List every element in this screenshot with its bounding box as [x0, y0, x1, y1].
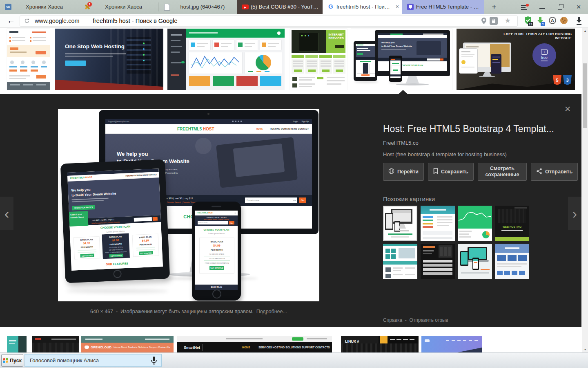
- scroll-down-arrow[interactable]: ▼: [582, 348, 588, 351]
- result-thumbnail-smartnet[interactable]: SmartNet HOME SERVICES HOSTING SOLUTIONS…: [177, 336, 332, 352]
- tab-title: Free HTML5 Template - Hos: [416, 0, 480, 14]
- preview-description: Host (free bootstrap 4 template for host…: [383, 151, 507, 157]
- tab-youtube[interactable]: ▶ (5) Best COUB #30 - YouTub: [237, 0, 323, 14]
- share-icon: [536, 168, 542, 176]
- video-downloader-icon[interactable]: ?: [537, 16, 544, 25]
- tab-google-search-active[interactable]: G freehtml5 host - Поиск в ×: [323, 0, 402, 14]
- nav: Home About Products Solutions Support Co…: [114, 346, 170, 348]
- tablet-mockup: FREEHTML5 HOST HOME HOSTING DOMAIN NEWS …: [60, 159, 170, 283]
- result-thumbnail[interactable]: [7, 336, 27, 352]
- result-thumbnail[interactable]: [32, 336, 79, 352]
- preview-title: Host: Free HTML5 Bootstrap 4 Templat...: [383, 123, 558, 135]
- phone-mockup: [491, 54, 501, 74]
- tab-host-jpg[interactable]: host.jpg (640×467): [158, 0, 237, 14]
- visit-button[interactable]: Перейти: [383, 163, 424, 181]
- similar-image[interactable]: [458, 244, 492, 279]
- tablet-mockup: [459, 48, 478, 74]
- globe-icon: [388, 168, 394, 176]
- similar-image-web-hosting[interactable]: WEB HOSTING: [495, 206, 529, 241]
- microphone-icon[interactable]: [151, 356, 157, 367]
- html5-logo: 5: [553, 75, 561, 85]
- tab-game-notify[interactable]: 1 Хроники Хаоса: [79, 0, 158, 14]
- browser-tab-bar: VK Хроники Хаоса 1 Хроники Хаоса host.jp…: [0, 0, 588, 14]
- similar-image[interactable]: [458, 206, 492, 241]
- similar-image[interactable]: [383, 244, 417, 279]
- brand: OPENCLOUD: [91, 346, 111, 349]
- similar-image[interactable]: [495, 244, 529, 279]
- location-pin-icon[interactable]: [481, 18, 486, 26]
- feedback-link[interactable]: Отправить отзыв: [409, 317, 448, 323]
- crossed-swords-favicon: 1: [84, 4, 91, 10]
- scrollbar-thumb[interactable]: [583, 63, 587, 128]
- help-link[interactable]: Справка: [383, 317, 402, 323]
- preview-source[interactable]: FreeHTML5.co: [383, 140, 419, 146]
- close-button[interactable]: ×: [572, 0, 586, 14]
- scroll-up-arrow[interactable]: ▲: [582, 29, 588, 32]
- result-thumbnail-selected-devices[interactable]: We help you to Build Your Dream Website …: [351, 29, 452, 90]
- thumbnail-title: One Stop Web Hosting: [65, 43, 125, 49]
- reload-icon[interactable]: [24, 18, 30, 25]
- selected-thumbnail-pointer: [399, 90, 408, 94]
- tablet-home-button: [113, 269, 122, 278]
- tab-vk-game[interactable]: VK Хроники Хаоса: [0, 0, 79, 14]
- vk-favicon: VK: [5, 4, 11, 10]
- view-saved-button[interactable]: Смотреть сохраненные: [478, 163, 527, 181]
- result-thumbnail-one-stop-hosting[interactable]: One Stop Web Hosting: [55, 29, 163, 90]
- new-tab-button[interactable]: +: [488, 2, 500, 11]
- action-buttons-row: Перейти Сохранить Смотреть сохраненные О…: [383, 163, 578, 181]
- notification-badge: 1: [87, 2, 92, 7]
- anonymox-icon[interactable]: A: [549, 17, 556, 24]
- download-icon[interactable]: [576, 17, 582, 25]
- similar-image-selected[interactable]: [383, 206, 417, 241]
- file-favicon: [164, 4, 170, 11]
- similar-image[interactable]: [421, 206, 455, 241]
- start-button[interactable]: Пуск: [1, 354, 23, 367]
- bookmark-star-icon[interactable]: ★: [505, 16, 511, 25]
- tab-title: host.jpg (640×467): [172, 0, 233, 14]
- result-thumbnail-template-orange[interactable]: [7, 29, 50, 90]
- back-button[interactable]: ←: [5, 15, 17, 26]
- result-thumbnail-opencloud[interactable]: OPENCLOUD Home About Products Solutions …: [81, 336, 174, 352]
- tab-freehtml5-site[interactable]: Free HTML5 Template - Hos: [402, 0, 484, 14]
- caption-size: 640 × 467: [90, 309, 113, 314]
- shield-favicon: [407, 4, 414, 10]
- youtube-favicon: ▶: [242, 4, 249, 9]
- result-thumbnail-admin-dashboard[interactable]: [167, 29, 285, 90]
- similar-image[interactable]: [421, 244, 455, 279]
- result-thumbnail-free-html-template[interactable]: FREE HTML TEMPLATE FOR HOSTING WEBSITE ↓: [457, 29, 575, 90]
- previous-image-button[interactable]: ‹: [0, 197, 13, 230]
- browser-menu-button[interactable]: [517, 0, 531, 14]
- google-favicon: G: [328, 3, 333, 10]
- close-preview-icon[interactable]: ×: [560, 101, 575, 116]
- image-preview-panel: ‹ › × Support@example.com Login Sign Up …: [0, 94, 581, 327]
- cookie-icon[interactable]: [560, 17, 568, 24]
- address-bar[interactable]: www.google.com freehtml5 host - Поиск в …: [20, 16, 518, 27]
- tab-close-icon[interactable]: ×: [396, 3, 399, 10]
- lock-icon[interactable]: [490, 17, 498, 25]
- alisa-search-box[interactable]: Голосовой помощник Алиса: [24, 354, 162, 367]
- pie-chart: [245, 52, 282, 74]
- minimize-button[interactable]: [535, 0, 549, 14]
- restore-button[interactable]: [554, 0, 568, 14]
- windows-taskbar: Пуск Голосовой помощник Алиса e Ae Ps S: [0, 352, 588, 368]
- page-scrollbar[interactable]: ▲ ▼: [582, 28, 588, 352]
- next-image-button[interactable]: ›: [568, 197, 581, 230]
- cloud-logo-icon: [85, 346, 89, 349]
- address-url: www.google.com: [35, 18, 80, 24]
- tab-title: freehtml5 host - Поиск в: [336, 0, 392, 14]
- result-thumbnail-linux[interactable]: LINUX #: [341, 336, 419, 352]
- caption-more-link[interactable]: Подробнее...: [256, 309, 287, 314]
- adblock-shield-icon[interactable]: 13: [524, 16, 532, 25]
- adblock-badge: 13: [528, 22, 533, 26]
- downloader-badge: ?: [541, 22, 545, 26]
- web-hosting-label: WEB HOSTING: [495, 225, 529, 228]
- share-button[interactable]: Отправить: [531, 163, 578, 181]
- preview-main-image[interactable]: Support@example.com Login Sign Up FREEHT…: [58, 109, 319, 301]
- thumbnail-title: INTERNET SERVICES: [327, 33, 344, 40]
- caption-copyright: Изображения могут быть защищены авторски…: [120, 309, 254, 314]
- result-thumbnail[interactable]: [421, 336, 482, 352]
- result-thumbnail-internet-services[interactable]: INTERNET SERVICES: [290, 29, 347, 90]
- save-button[interactable]: Сохранить: [428, 163, 474, 181]
- tab-title: (5) Best COUB #30 - YouTub: [251, 0, 318, 14]
- phone-mockup: FREEHTML5 HOST ☰ .com $10 | .net $8 | .o…: [192, 202, 241, 301]
